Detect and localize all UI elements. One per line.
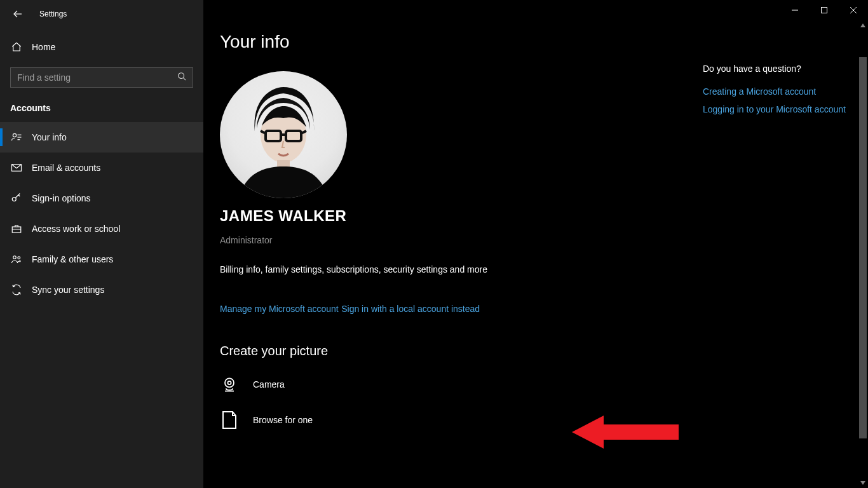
svg-point-5	[179, 73, 184, 79]
sidebar-item-label: Email & accounts	[32, 163, 100, 173]
search-container	[0, 61, 203, 95]
billing-description: Billing info, family settings, subscript…	[220, 264, 703, 274]
svg-point-28	[225, 378, 234, 387]
camera-option[interactable]: Camera	[220, 375, 703, 394]
help-link-create-account[interactable]: Creating a Microsoft account	[703, 86, 855, 97]
main-area: Your info	[203, 0, 868, 488]
home-label: Home	[32, 42, 55, 52]
window-controls	[780, 0, 868, 20]
svg-point-29	[227, 381, 231, 384]
camera-icon	[220, 375, 239, 394]
sidebar: Settings Home Accounts	[0, 0, 203, 488]
home-button[interactable]: Home	[0, 33, 203, 61]
svg-rect-15	[12, 227, 21, 233]
key-icon	[10, 193, 23, 204]
help-title: Do you have a question?	[703, 64, 855, 74]
sidebar-section-label: Accounts	[0, 95, 203, 122]
svg-line-14	[18, 195, 20, 196]
close-button[interactable]	[839, 0, 868, 20]
account-role: Administrator	[220, 235, 703, 245]
page-title: Your info	[220, 32, 703, 52]
picture-file-icon	[220, 410, 239, 430]
window-title: Settings	[39, 10, 67, 18]
content: Your info	[203, 0, 703, 488]
browse-option[interactable]: Browse for one	[220, 410, 703, 430]
sidebar-item-email-accounts[interactable]: Email & accounts	[0, 152, 203, 183]
manage-account-link[interactable]: Manage my Microsoft account	[220, 304, 339, 314]
sidebar-item-label: Sign-in options	[32, 193, 91, 203]
svg-point-12	[12, 198, 16, 201]
sidebar-item-access-work-school[interactable]: Access work or school	[0, 214, 203, 244]
svg-line-6	[184, 78, 186, 81]
search-icon	[177, 72, 186, 83]
scroll-up-button[interactable]	[858, 20, 868, 30]
sidebar-item-your-info[interactable]: Your info	[0, 122, 203, 152]
sidebar-header: Settings	[0, 0, 203, 28]
briefcase-icon	[10, 223, 23, 234]
avatar	[220, 71, 347, 198]
home-icon	[10, 41, 23, 53]
scrollbar[interactable]	[858, 20, 868, 488]
maximize-button[interactable]	[810, 0, 839, 20]
settings-window: Settings Home Accounts	[0, 0, 868, 488]
help-link-login-account[interactable]: Logging in to your Microsoft account	[703, 104, 855, 114]
sidebar-item-label: Your info	[32, 132, 67, 142]
search-box[interactable]	[10, 67, 193, 88]
local-account-link[interactable]: Sign in with a local account instead	[341, 304, 480, 314]
svg-point-7	[13, 133, 16, 137]
sidebar-item-label: Access work or school	[32, 224, 120, 234]
sidebar-item-sync-settings[interactable]: Sync your settings	[0, 274, 203, 305]
scroll-down-button[interactable]	[858, 478, 868, 488]
sidebar-item-family-users[interactable]: Family & other users	[0, 244, 203, 274]
svg-point-17	[13, 256, 17, 259]
create-picture-heading: Create your picture	[220, 344, 703, 358]
sidebar-item-label: Sync your settings	[32, 285, 104, 295]
sync-icon	[10, 284, 23, 295]
sidebar-item-label: Family & other users	[32, 254, 113, 264]
person-card-icon	[10, 132, 23, 143]
people-icon	[10, 254, 23, 265]
mail-icon	[10, 162, 23, 173]
svg-rect-1	[822, 8, 827, 13]
help-panel: Do you have a question? Creating a Micro…	[703, 0, 868, 488]
user-name: JAMES WALKER	[220, 207, 703, 225]
scroll-thumb[interactable]	[859, 57, 867, 438]
svg-marker-33	[860, 481, 865, 485]
browse-label: Browse for one	[253, 415, 313, 425]
sidebar-item-signin-options[interactable]: Sign-in options	[0, 183, 203, 214]
svg-point-18	[18, 257, 20, 259]
camera-label: Camera	[253, 379, 285, 390]
search-input[interactable]	[17, 72, 177, 83]
svg-marker-32	[860, 24, 865, 27]
minimize-button[interactable]	[780, 0, 810, 20]
back-button[interactable]	[5, 1, 31, 27]
